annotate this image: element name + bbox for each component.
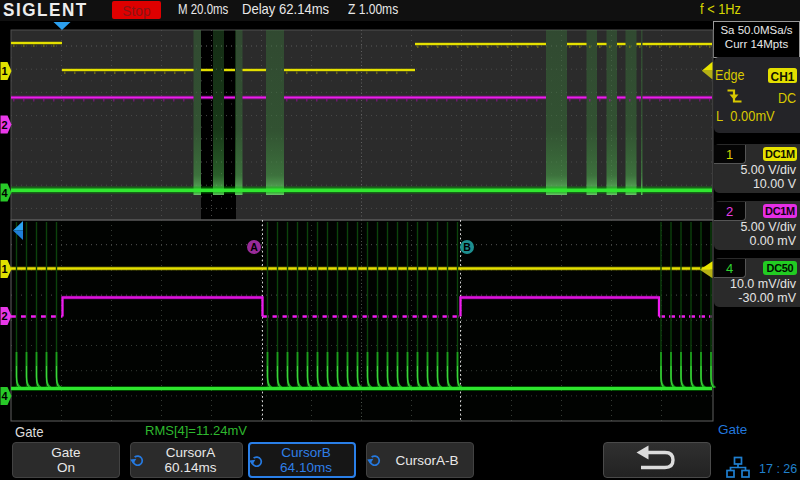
svg-text:4: 4 [2, 390, 9, 402]
svg-text:4: 4 [2, 187, 9, 199]
svg-text:2: 2 [2, 119, 8, 131]
svg-text:1: 1 [2, 65, 8, 77]
svg-text:A: A [250, 241, 258, 253]
svg-text:B: B [463, 241, 471, 253]
svg-text:2: 2 [2, 310, 8, 322]
svg-text:1: 1 [2, 263, 8, 275]
